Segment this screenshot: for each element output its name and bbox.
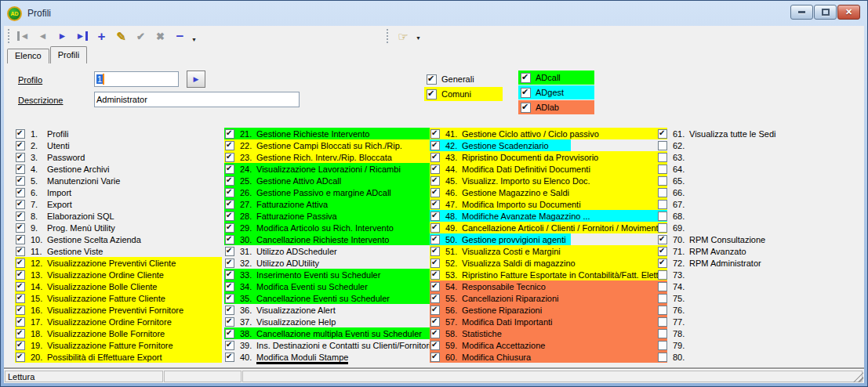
permission-item-25[interactable]: 25.Gestione Attivo ADcall — [224, 175, 435, 186]
insert-record-button[interactable]: + — [92, 27, 111, 45]
permission-item-78[interactable]: 78. — [657, 327, 779, 339]
permission-item-55[interactable]: 55.Cancellazioni Riparazioni — [430, 292, 667, 304]
permission-item-38[interactable]: 38.Cancellazione multipla Eventi su Sche… — [224, 327, 435, 339]
permission-item-42[interactable]: 42.Gestione Scadenziario — [430, 139, 571, 151]
permission-item-35[interactable]: 35.Cancellazione Eventi su Scheduler — [224, 292, 435, 304]
permission-item-15[interactable]: 15.Visualizzazione Fatture Cliente — [15, 292, 222, 304]
permission-item-69[interactable]: 69. — [657, 222, 779, 233]
permission-item-58[interactable]: 58.Statistiche — [430, 327, 667, 339]
last-record-button[interactable]: ► — [72, 27, 92, 45]
permission-item-53[interactable]: 53.Ripristino Fatture Esportate in Conta… — [430, 269, 667, 280]
permission-item-27[interactable]: 27.Fatturazione Attiva — [224, 198, 435, 210]
permission-item-1[interactable]: 1.Profili — [15, 128, 222, 139]
permission-item-43[interactable]: 43.Ripristino Documenti da Provvisorio — [430, 151, 667, 163]
permission-item-76[interactable]: 76. — [657, 304, 779, 316]
permission-item-17[interactable]: 17.Visualizzazione Ordine Fornitore — [15, 316, 222, 327]
permission-item-51[interactable]: 51.Visualizza Costi e Margini — [430, 245, 667, 257]
permission-item-30[interactable]: 30.Cancellazione Richieste Intervento — [224, 233, 435, 245]
permission-item-72[interactable]: 72.RPM Administrator — [657, 257, 779, 269]
permission-item-79[interactable]: 79. — [657, 339, 779, 351]
permission-item-44[interactable]: 44.Modifica Dati Definitivi Documenti — [430, 163, 667, 175]
permission-item-50[interactable]: 50.Gestione provvigioni agenti — [430, 233, 571, 245]
permission-item-31[interactable]: 31.Utilizzo ADScheduler — [224, 245, 435, 257]
delete-record-button[interactable]: − — [170, 27, 190, 45]
permission-item-14[interactable]: 14.Visualizzazione Bolle Cliente — [15, 280, 222, 292]
permission-item-67[interactable]: 67. — [657, 198, 779, 210]
cancel-record-button[interactable]: ✖ — [151, 27, 170, 45]
permission-item-64[interactable]: 64. — [657, 163, 779, 175]
permission-item-19[interactable]: 19.Visualizzazione Fatture Fornitore — [15, 339, 222, 351]
flag-comuni[interactable]: Comuni — [424, 87, 503, 101]
permission-item-13[interactable]: 13.Visualizzazione Ordine Cliente — [15, 269, 222, 280]
permission-item-32[interactable]: 32.Utilizzo ADUtility — [224, 257, 435, 269]
permission-item-33[interactable]: 33.Inserimento Eventi su Scheduler — [224, 269, 435, 280]
permission-item-62[interactable]: 62. — [657, 139, 779, 151]
permission-item-73[interactable]: 73. — [657, 269, 779, 280]
permission-item-75[interactable]: 75. — [657, 292, 779, 304]
permission-item-12[interactable]: 12.Visualizzazione Preventivi Cliente — [15, 257, 222, 269]
permission-item-63[interactable]: 63. — [657, 151, 779, 163]
permission-item-22[interactable]: 22.Gestione Campi Bloccati su Rich./Rip. — [224, 139, 435, 151]
permission-item-36[interactable]: 36.Visualizzazione Alert — [224, 304, 435, 316]
permission-item-8[interactable]: 8.Elaborazioni SQL — [15, 210, 222, 222]
permission-item-10[interactable]: 10.Gestione Scelta Azienda — [15, 233, 222, 245]
permission-item-59[interactable]: 59.Modifica Accettazione — [430, 339, 667, 351]
permission-item-11[interactable]: 11.Gestione Viste — [15, 245, 222, 257]
permission-item-80[interactable]: 80. — [657, 351, 779, 363]
restore-button[interactable] — [814, 5, 837, 20]
permission-item-61[interactable]: 61.Visualizza tutte le Sedi — [657, 128, 779, 139]
permission-item-40[interactable]: 40.Modifica Moduli Stampe — [224, 351, 435, 363]
permission-item-57[interactable]: 57.Modifica Dati Importanti — [430, 316, 667, 327]
permission-item-48[interactable]: 48.Modifiche Avanzate Magazzino ... — [430, 210, 667, 222]
permission-item-4[interactable]: 4.Gestione Archivi — [15, 163, 222, 175]
permission-item-3[interactable]: 3.Password — [15, 151, 222, 163]
permission-item-20[interactable]: 20.Possibilità di Effettuare Export — [15, 351, 222, 363]
next-record-button[interactable]: ► — [53, 27, 72, 45]
permission-item-68[interactable]: 68. — [657, 210, 779, 222]
permission-item-2[interactable]: 2.Utenti — [15, 139, 222, 151]
permission-item-18[interactable]: 18.Visualizzazione Bolle Fornitore — [15, 327, 222, 339]
permission-item-9[interactable]: 9.Prog. Menù Utility — [15, 222, 222, 233]
permission-item-66[interactable]: 66. — [657, 186, 779, 198]
profilo-input[interactable]: 1 — [94, 71, 179, 87]
permission-item-49[interactable]: 49.Cancellazione Articoli / Clienti / Fo… — [430, 222, 667, 233]
profilo-next-button[interactable]: ▶ — [187, 71, 205, 88]
permission-item-41[interactable]: 41.Gestione Ciclo attivo / Ciclo passivo — [430, 128, 667, 139]
flag-generali[interactable]: Generali — [424, 72, 503, 86]
tab-profili[interactable]: Profili — [50, 46, 88, 63]
permission-item-5[interactable]: 5.Manutenzioni Varie — [15, 175, 222, 186]
permission-item-16[interactable]: 16.Visualizzazione Preventivi Fornitore — [15, 304, 222, 316]
permission-item-29[interactable]: 29.Modifica Articolo su Rich. Intervento — [224, 222, 435, 233]
permission-item-77[interactable]: 77. — [657, 316, 779, 327]
action-button[interactable]: ☞ — [392, 27, 414, 45]
permission-item-65[interactable]: 65. — [657, 175, 779, 186]
permission-item-45[interactable]: 45.Visualizz. Importo su Elenco Doc. — [430, 175, 667, 186]
permission-item-6[interactable]: 6.Import — [15, 186, 222, 198]
permission-item-54[interactable]: 54.Responsabile Tecnico — [430, 280, 667, 292]
permission-item-26[interactable]: 26.Gestione Passivo e margine ADcall — [224, 186, 435, 198]
permission-item-39[interactable]: 39.Ins. Destinazioni e Contatti su Clien… — [224, 339, 435, 351]
prior-record-button[interactable]: ◄ — [33, 27, 53, 45]
permission-item-60[interactable]: 60.Modifica Chiusura — [430, 351, 667, 363]
permission-item-52[interactable]: 52.Visualizza Saldi di magazzino — [430, 257, 667, 269]
descrizione-label[interactable]: Descrizione — [18, 96, 63, 105]
tab-elenco[interactable]: Elenco — [7, 49, 49, 63]
permission-item-23[interactable]: 23.Gestione Rich. Interv./Rip. Bloccata — [224, 151, 435, 163]
permission-item-47[interactable]: 47.Modifica Importo su Documenti — [430, 198, 667, 210]
first-record-button[interactable]: ◄ — [13, 27, 33, 45]
permission-item-56[interactable]: 56.Gestione Riparazioni — [430, 304, 667, 316]
post-record-button[interactable]: ✔ — [131, 27, 151, 45]
flag-adcall[interactable]: ADcall — [518, 71, 594, 85]
permission-item-74[interactable]: 74. — [657, 280, 779, 292]
edit-record-button[interactable]: ✎ — [111, 27, 131, 45]
permission-item-28[interactable]: 28.Fatturazione Passiva — [224, 210, 435, 222]
flag-adlab[interactable]: ADlab — [518, 100, 594, 114]
permission-item-24[interactable]: 24.Visualizzazione Lavorazioni / Ricambi — [224, 163, 435, 175]
descrizione-input[interactable]: Administrator — [94, 92, 300, 107]
toolbar-dropdown-icon[interactable]: ▼ — [191, 37, 197, 42]
close-button[interactable] — [837, 5, 860, 20]
permission-item-46[interactable]: 46.Gestione Magazzino e Saldi — [430, 186, 667, 198]
permission-item-37[interactable]: 37.Visualizzazione Help — [224, 316, 435, 327]
action-dropdown-icon[interactable]: ▼ — [416, 35, 421, 41]
permission-item-21[interactable]: 21.Gestione Richieste Intervento — [224, 128, 435, 139]
